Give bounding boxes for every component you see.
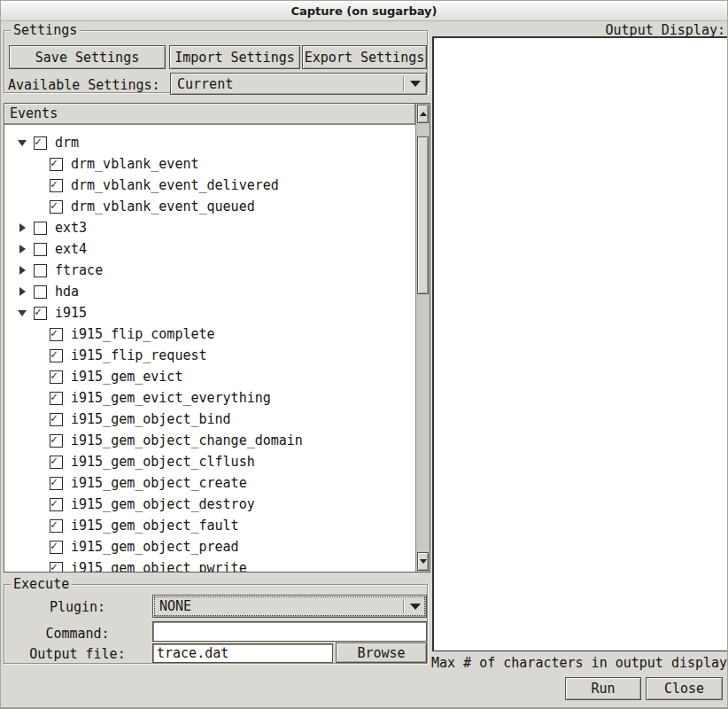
check-icon: ✓ — [50, 411, 58, 425]
tree-row[interactable]: ✓i915_gem_object_pwrite — [4, 557, 415, 572]
tree-row[interactable]: ftrace — [4, 260, 415, 281]
expander-open-icon[interactable] — [17, 308, 27, 318]
checkbox-unchecked[interactable] — [34, 222, 47, 235]
browse-label: Browse — [357, 645, 405, 661]
tree-row[interactable]: ✓i915_gem_object_fault — [4, 515, 415, 536]
tree-row[interactable]: ✓i915 — [4, 302, 415, 323]
save-settings-label: Save Settings — [35, 50, 139, 66]
save-settings-button[interactable]: Save Settings — [9, 45, 166, 69]
checkbox-checked[interactable]: ✓ — [50, 179, 63, 192]
scrollbar-thumb[interactable] — [417, 136, 429, 294]
tree-row[interactable]: ext3 — [4, 217, 415, 238]
scroll-down-icon — [420, 559, 427, 564]
run-button[interactable]: Run — [565, 677, 641, 700]
check-icon: ✓ — [50, 496, 58, 510]
tree-row[interactable]: ✓drm_vblank_event_delivered — [4, 175, 415, 196]
checkbox-checked[interactable]: ✓ — [50, 349, 63, 362]
check-icon: ✓ — [50, 177, 58, 191]
checkbox-checked[interactable]: ✓ — [50, 158, 63, 171]
tree-row[interactable]: ✓i915_gem_object_change_domain — [4, 430, 415, 451]
tree-item-label: i915_gem_evict_everything — [71, 390, 271, 406]
tree-item-label: ftrace — [55, 262, 103, 278]
triangle-glyph — [18, 310, 27, 316]
plugin-dropdown[interactable]: NONE — [152, 595, 427, 618]
checkbox-checked[interactable]: ✓ — [50, 477, 63, 490]
tree-row[interactable]: ✓drm_vblank_event_queued — [4, 196, 415, 217]
settings-legend: Settings — [11, 22, 80, 38]
checkbox-checked[interactable]: ✓ — [50, 200, 63, 214]
check-icon: ✓ — [50, 475, 58, 488]
scrollbar-down-button[interactable] — [417, 552, 429, 571]
close-button[interactable]: Close — [646, 677, 723, 700]
tree-item-label: i915_flip_complete — [71, 326, 215, 342]
output-file-input[interactable]: trace.dat — [152, 643, 333, 663]
check-icon: ✓ — [50, 390, 58, 403]
execute-legend: Execute — [11, 576, 72, 592]
triangle-glyph — [19, 245, 26, 253]
tree-row[interactable]: ✓drm_vblank_event — [4, 153, 415, 175]
check-icon: ✓ — [50, 326, 58, 339]
tree-row[interactable]: hda — [4, 281, 415, 302]
checkbox-unchecked[interactable] — [34, 285, 47, 299]
settings-frame: Settings Save Settings Import Settings E… — [4, 30, 428, 93]
checkbox-checked[interactable]: ✓ — [50, 392, 63, 405]
check-icon: ✓ — [50, 518, 58, 531]
checkbox-unchecked[interactable] — [34, 264, 47, 277]
export-settings-button[interactable]: Export Settings — [302, 45, 427, 69]
output-display-area[interactable] — [432, 36, 728, 651]
checkbox-checked[interactable]: ✓ — [50, 562, 63, 573]
expander-closed-icon[interactable] — [17, 265, 27, 276]
tree-row[interactable]: ✓i915_gem_object_create — [4, 472, 415, 494]
expander-closed-icon[interactable] — [17, 222, 27, 233]
available-settings-dropdown[interactable]: Current — [170, 73, 427, 95]
command-input[interactable] — [152, 621, 427, 642]
triangle-glyph — [18, 140, 27, 146]
check-icon: ✓ — [50, 199, 58, 212]
output-file-label: Output file: — [4, 646, 151, 662]
import-settings-label: Import Settings — [174, 50, 294, 66]
tree-row[interactable]: ✓drm — [4, 132, 415, 153]
check-icon: ✓ — [50, 539, 58, 552]
checkbox-unchecked[interactable] — [34, 243, 47, 256]
tree-item-label: i915_gem_object_pread — [71, 539, 239, 555]
tree-row[interactable]: ✓i915_gem_object_bind — [4, 409, 415, 430]
checkbox-checked[interactable]: ✓ — [50, 456, 63, 469]
tree-row[interactable]: ✓i915_gem_object_clflush — [4, 451, 415, 472]
checkbox-checked[interactable]: ✓ — [50, 519, 63, 533]
tree-row[interactable]: ✓i915_gem_evict_everything — [4, 387, 415, 409]
import-settings-button[interactable]: Import Settings — [169, 45, 300, 69]
browse-button[interactable]: Browse — [336, 643, 427, 663]
scrollbar-up-button[interactable] — [417, 105, 429, 123]
tree-row[interactable]: ✓i915_gem_evict — [4, 366, 415, 387]
events-column-header[interactable]: Events — [4, 104, 415, 125]
checkbox-checked[interactable]: ✓ — [50, 434, 63, 448]
tree-item-label: i915_gem_evict — [71, 369, 182, 385]
title-bar[interactable]: Capture (on sugarbay) — [1, 1, 727, 21]
checkbox-checked[interactable]: ✓ — [34, 307, 47, 320]
tree-row[interactable]: ✓i915_flip_complete — [4, 323, 415, 345]
checkbox-checked[interactable]: ✓ — [34, 136, 47, 150]
checkbox-checked[interactable]: ✓ — [50, 370, 63, 384]
tree-row[interactable]: ✓i915_flip_request — [4, 345, 415, 366]
tree-row[interactable]: ✓i915_gem_object_pread — [4, 536, 415, 557]
tree-item-label: i915_gem_object_pwrite — [71, 560, 247, 572]
triangle-glyph — [19, 223, 26, 232]
tree-item-label: i915_gem_object_bind — [71, 411, 231, 427]
chevron-down-icon — [405, 604, 426, 610]
plugin-label: Plugin: — [4, 599, 151, 615]
checkbox-checked[interactable]: ✓ — [50, 498, 63, 511]
expander-open-icon[interactable] — [17, 137, 27, 148]
events-panel: Events ✓drm✓drm_vblank_event✓drm_vblank_… — [4, 103, 430, 573]
triangle-glyph — [19, 287, 26, 296]
tree-item-label: i915_gem_object_fault — [71, 518, 239, 534]
close-label: Close — [664, 681, 704, 697]
check-icon: ✓ — [50, 156, 58, 169]
tree-row[interactable]: ext4 — [4, 238, 415, 260]
expander-closed-icon[interactable] — [17, 286, 27, 297]
checkbox-checked[interactable]: ✓ — [50, 328, 63, 341]
checkbox-checked[interactable]: ✓ — [50, 413, 63, 426]
expander-closed-icon[interactable] — [17, 244, 27, 254]
tree-row[interactable]: ✓i915_gem_object_destroy — [4, 494, 415, 515]
tree-item-label: drm — [55, 135, 79, 151]
checkbox-checked[interactable]: ✓ — [50, 541, 63, 554]
